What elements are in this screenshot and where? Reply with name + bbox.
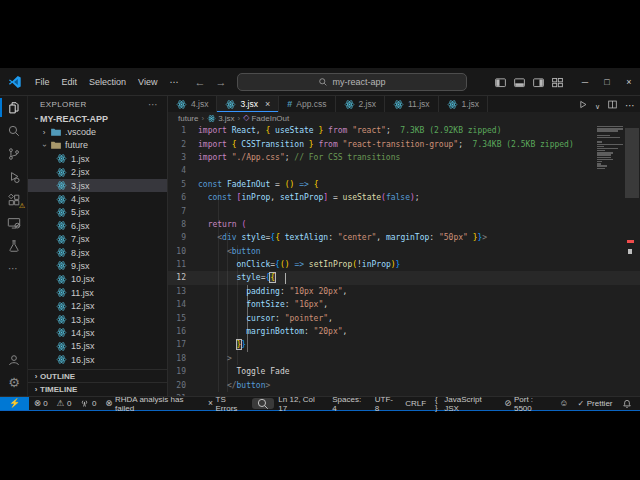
menu-item-view[interactable]: View [132, 68, 163, 96]
activity-search[interactable] [0, 119, 27, 142]
run-button[interactable] [577, 99, 588, 110]
tab-label: App.css [296, 99, 326, 109]
close-icon: × [208, 399, 213, 408]
tab-1-jsx[interactable]: 1.jsx [439, 96, 488, 112]
line-number: 8 [168, 220, 198, 229]
file-10-jsx[interactable]: 10.jsx [28, 273, 167, 286]
editor-scrollbar[interactable] [625, 128, 639, 198]
status-rhda-status[interactable]: ⊗RHDA analysis has failed [101, 397, 204, 410]
outline-section[interactable]: ›OUTLINE [28, 369, 167, 382]
close-icon[interactable]: × [265, 99, 270, 109]
status-feedback[interactable]: ☺ [555, 397, 573, 410]
file-12-jsx[interactable]: 12.jsx [28, 299, 167, 312]
code-text: style={{ [198, 273, 275, 282]
react-icon [55, 220, 68, 231]
close-button[interactable]: × [618, 68, 640, 96]
file-11-jsx[interactable]: 11.jsx [28, 286, 167, 299]
minimap-line [597, 159, 613, 160]
activity-explorer[interactable] [0, 96, 27, 119]
status-encoding[interactable]: UTF-8 [370, 397, 400, 410]
file-13-jsx[interactable]: 13.jsx [28, 313, 167, 326]
status-cursor-position[interactable]: Ln 12, Col 17 [274, 397, 328, 410]
run-dropdown[interactable]: ∨ [595, 95, 600, 113]
react-icon [55, 327, 68, 338]
code-editor[interactable]: 1import React, { useState } from "react"… [168, 124, 640, 396]
tab-2-jsx[interactable]: 2.jsx [336, 96, 385, 112]
status-language-mode[interactable]: { }JavaScript JSX [431, 397, 500, 410]
warning-icon: ⚠ [57, 399, 65, 408]
forward-button[interactable]: → [215, 76, 226, 88]
code-text: import { CSSTransition } from "react-tra… [198, 140, 574, 149]
breadcrumb-item-future[interactable]: future [178, 114, 198, 123]
react-icon [55, 287, 68, 298]
file-4-jsx[interactable]: 4.jsx [28, 192, 167, 205]
status-eol[interactable]: CRLF [401, 397, 431, 410]
tab-3-jsx[interactable]: 3.jsx× [217, 96, 279, 112]
folder-vscode[interactable]: › .vscode [28, 125, 167, 138]
activity-testing[interactable] [0, 234, 27, 257]
explorer-actions-icon[interactable]: ⋯ [148, 99, 159, 110]
status-prettier[interactable]: ✓Prettier [573, 397, 617, 410]
code-text: onClick={() => setInProp(!inProp)} [198, 260, 400, 269]
file-8-jsx[interactable]: 8.jsx [28, 246, 167, 259]
file-5-jsx[interactable]: 5.jsx [28, 206, 167, 219]
breadcrumb-item-3.jsx[interactable]: 3.jsx [207, 114, 234, 123]
tab-4-jsx[interactable]: 4.jsx [168, 96, 217, 112]
menu-item-[interactable]: ⋯ [163, 68, 184, 96]
status-ts-errors[interactable]: ×TS Errors [204, 397, 252, 410]
code-text: }} [198, 340, 246, 349]
status-remote-indicator[interactable]: ⚡ [0, 397, 29, 410]
status-problems-errors[interactable]: ⊗0 [29, 397, 52, 410]
breadcrumb-item-fadeinout[interactable]: ◇FadeInOut [243, 114, 289, 123]
status-search-item[interactable] [252, 398, 274, 409]
menu-item-edit[interactable]: Edit [56, 68, 84, 96]
folder-future[interactable]: › future [28, 139, 167, 152]
activity-settings[interactable]: ⚙ [0, 371, 28, 394]
tab-11-jsx[interactable]: 11.jsx [385, 96, 439, 112]
minimap-line [597, 144, 623, 145]
activity-accounts[interactable] [0, 348, 28, 371]
minimap[interactable] [597, 126, 623, 171]
file-1-jsx[interactable]: 1.jsx [28, 152, 167, 165]
breadcrumb: future›3.jsx›◇FadeInOut [168, 112, 640, 124]
back-button[interactable]: ← [194, 76, 205, 88]
status-notifications[interactable] [617, 397, 636, 410]
status-ports-status[interactable]: 0 [76, 397, 101, 410]
file-7-jsx[interactable]: 7.jsx [28, 233, 167, 246]
file-label: 6.jsx [71, 221, 90, 231]
tab-app-css[interactable]: #App.css [279, 96, 335, 112]
react-icon [55, 314, 68, 325]
status-live-server-port[interactable]: ⊘Port : 5500 [500, 397, 555, 410]
text-cursor [285, 273, 286, 284]
file-14-jsx[interactable]: 14.jsx [28, 326, 167, 339]
activity-extensions[interactable]: ⚠ [0, 188, 27, 211]
file-2-jsx[interactable]: 2.jsx [28, 166, 167, 179]
activity-run-and-debug[interactable] [0, 165, 27, 188]
react-icon [55, 247, 68, 258]
file-label: 5.jsx [71, 207, 90, 217]
circle-slash-icon: ⊘ [504, 399, 511, 408]
activity-remote-explorer[interactable] [0, 211, 27, 234]
command-center[interactable]: my-react-app [237, 73, 467, 91]
file-6-jsx[interactable]: 6.jsx [28, 219, 167, 232]
status-rhda-status-text: RHDA analysis has failed [115, 395, 199, 413]
minimize-button[interactable]: ─ [574, 68, 596, 96]
bolt-icon: ⚡ [9, 399, 20, 408]
file-3-jsx[interactable]: 3.jsx [28, 179, 167, 192]
menu-item-file[interactable]: File [29, 68, 56, 96]
status-problems-warnings[interactable]: ⚠0 [52, 397, 76, 410]
menu-item-selection[interactable]: Selection [83, 68, 132, 96]
activity-more-actions[interactable]: ⋯ [0, 257, 27, 280]
file-9-jsx[interactable]: 9.jsx [28, 259, 167, 272]
split-editor-button[interactable] [607, 99, 618, 110]
file-16-jsx[interactable]: 16.jsx [28, 353, 167, 366]
more-actions-button[interactable]: ⋯ [625, 95, 636, 113]
line-number: 19 [168, 367, 198, 376]
tree-root[interactable]: ›MY-REACT-APP [28, 112, 167, 125]
file-label: 8.jsx [71, 248, 90, 258]
status-indentation[interactable]: Spaces: 4 [328, 397, 371, 410]
maximize-button[interactable]: □ [596, 68, 618, 96]
file-15-jsx[interactable]: 15.jsx [28, 340, 167, 353]
activity-source-control[interactable] [0, 142, 27, 165]
timeline-section[interactable]: ›TIMELINE [28, 382, 167, 395]
